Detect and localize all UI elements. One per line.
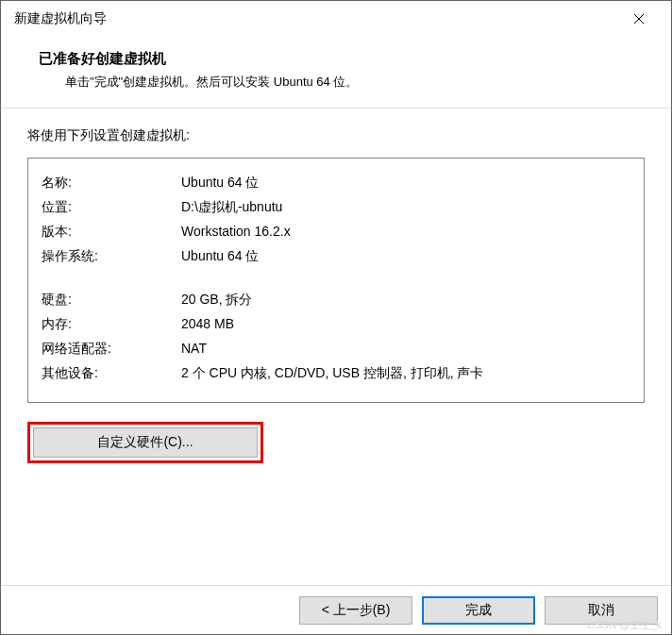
settings-label: 其他设备: xyxy=(42,360,181,385)
settings-row: 内存: 2048 MB xyxy=(42,311,630,336)
settings-row: 硬盘: 20 GB, 拆分 xyxy=(42,287,630,311)
settings-value: D:\虚拟机-ubnutu xyxy=(181,194,630,219)
finish-button[interactable]: 完成 xyxy=(422,596,535,625)
settings-label: 网络适配器: xyxy=(42,336,181,360)
settings-value: 20 GB, 拆分 xyxy=(181,287,630,311)
settings-value: Ubuntu 64 位 xyxy=(181,243,630,268)
footer-bar: < 上一步(B) 完成 取消 CSDN @空空_k xyxy=(1,585,671,634)
wizard-window: 新建虚拟机向导 已准备好创建虚拟机 单击"完成"创建虚拟机。然后可以安装 Ubu… xyxy=(0,0,672,635)
settings-label: 版本: xyxy=(42,219,181,243)
settings-label: 硬盘: xyxy=(42,287,181,311)
content-area: 将使用下列设置创建虚拟机: 名称: Ubuntu 64 位 位置: D:\虚拟机… xyxy=(1,109,671,585)
settings-row: 版本: Workstation 16.2.x xyxy=(42,219,630,243)
header-title: 已准备好创建虚拟机 xyxy=(39,50,645,68)
settings-value: Ubuntu 64 位 xyxy=(181,170,630,194)
settings-row: 其他设备: 2 个 CPU 内核, CD/DVD, USB 控制器, 打印机, … xyxy=(42,360,630,385)
settings-value: 2 个 CPU 内核, CD/DVD, USB 控制器, 打印机, 声卡 xyxy=(181,360,630,385)
customize-hardware-button[interactable]: 自定义硬件(C)... xyxy=(33,427,258,458)
settings-row: 操作系统: Ubuntu 64 位 xyxy=(42,243,630,268)
close-icon xyxy=(633,13,645,25)
settings-box: 名称: Ubuntu 64 位 位置: D:\虚拟机-ubnutu 版本: Wo… xyxy=(27,158,645,403)
settings-value: Workstation 16.2.x xyxy=(181,219,630,243)
window-title: 新建虚拟机向导 xyxy=(14,10,107,27)
close-button[interactable] xyxy=(620,5,658,33)
settings-row: 网络适配器: NAT xyxy=(42,336,630,360)
header-subtitle: 单击"完成"创建虚拟机。然后可以安装 Ubuntu 64 位。 xyxy=(65,74,645,91)
settings-prompt: 将使用下列设置创建虚拟机: xyxy=(27,127,645,144)
settings-label: 名称: xyxy=(42,170,181,194)
settings-row: 名称: Ubuntu 64 位 xyxy=(42,170,630,194)
settings-label: 位置: xyxy=(42,194,181,219)
settings-value: 2048 MB xyxy=(181,311,630,336)
settings-label: 操作系统: xyxy=(42,243,181,268)
cancel-button[interactable]: 取消 xyxy=(545,596,658,625)
back-button[interactable]: < 上一步(B) xyxy=(299,596,412,625)
settings-row: 位置: D:\虚拟机-ubnutu xyxy=(42,194,630,219)
customize-highlight: 自定义硬件(C)... xyxy=(27,422,263,463)
settings-value: NAT xyxy=(181,336,630,360)
settings-gap xyxy=(42,268,630,287)
settings-label: 内存: xyxy=(42,311,181,336)
titlebar: 新建虚拟机向导 xyxy=(1,1,671,37)
header-section: 已准备好创建虚拟机 单击"完成"创建虚拟机。然后可以安装 Ubuntu 64 位… xyxy=(1,37,671,109)
